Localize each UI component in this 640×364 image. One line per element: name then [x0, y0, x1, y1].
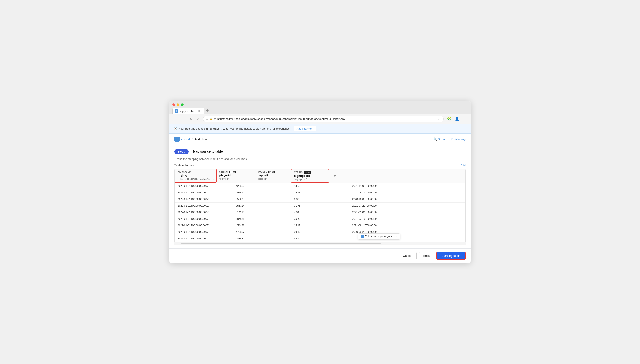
cell-time-9: 2022-01-01T00:00:00.000Z	[175, 235, 233, 242]
col-type-label-signupdate: STRING	[294, 171, 303, 174]
search-magnifier-icon: 🔍	[433, 138, 437, 141]
plus-icon: +	[333, 173, 336, 178]
cell-deposit-9: 5.86	[291, 235, 349, 242]
bookmark-icon[interactable]: ☆	[438, 117, 440, 121]
refresh-button[interactable]: ↻	[188, 116, 194, 122]
table-section: Table columns + Add TIMESTAMP __time COA…	[169, 164, 471, 245]
cell-playerid-4: p55724	[233, 202, 291, 209]
search-link[interactable]: 🔍 Search	[433, 138, 447, 141]
column-header-time[interactable]: TIMESTAMP __time COALESCE(CAST("curdate"…	[175, 169, 217, 183]
columns-header-row: TIMESTAMP __time COALESCE(CAST("curdate"…	[175, 169, 465, 183]
cell-playerid-1: p22886	[233, 183, 291, 190]
new-tab-button[interactable]: +	[205, 108, 211, 114]
col-name-deposit: deposit	[257, 174, 288, 177]
browser-traffic-lights	[172, 103, 468, 106]
cell-time-2: 2022-01-01T00:00:00.000Z	[175, 189, 233, 196]
table-row: 2022-01-01T00:00:00.000Z p14114 4.04 202…	[175, 209, 465, 216]
browser-tabs: I Imply - Tables ✕ +	[172, 108, 468, 114]
cell-signupdate-7: 2021-08-14T00:00:00	[349, 222, 407, 229]
step-section: Step 3 Map source to table Define the ma…	[169, 145, 471, 164]
column-header-playerid[interactable]: STRING NEW playerid "playerid"	[217, 169, 255, 183]
close-window-button[interactable]	[172, 103, 175, 106]
col-type-label-playerid: STRING	[219, 171, 228, 173]
cell-signupdate-5: 2021-01-04T00:00:00	[349, 209, 407, 216]
browser-toolbar: ← → ↻ ⌂ 🛡 🔒 ⇄ https://hellmar-becker.app…	[169, 114, 471, 124]
tab-close-button[interactable]: ✕	[198, 110, 201, 113]
cell-playerid-6: p06881	[233, 216, 291, 222]
cell-time-7: 2022-01-01T00:00:00.000Z	[175, 222, 233, 229]
back-button[interactable]: Back	[419, 252, 434, 260]
cell-extra-9	[407, 235, 465, 242]
cell-time-5: 2022-01-01T00:00:00.000Z	[175, 209, 233, 216]
lock-icon: 🔒	[209, 117, 213, 120]
column-header-signupdate[interactable]: STRING NEW signupdate "signupdate"	[291, 169, 329, 183]
menu-button[interactable]: ⋮	[462, 116, 468, 122]
trial-banner: 🕐 Your free trial expires in 30 days . E…	[169, 124, 471, 134]
trial-days: 30 days	[209, 127, 220, 130]
table-svg-icon	[175, 138, 179, 141]
svg-rect-3	[176, 140, 177, 140]
svg-rect-1	[176, 139, 177, 139]
add-payment-button[interactable]: Add Payment	[294, 126, 316, 131]
cell-deposit-1: 48.58	[291, 183, 349, 190]
svg-rect-4	[177, 140, 179, 140]
table-row: 2022-01-01T00:00:00.000Z p75837 30.16 20…	[175, 229, 465, 235]
extensions-button[interactable]: 🧩	[446, 116, 452, 122]
cell-deposit-3: 0.87	[291, 196, 349, 202]
cell-deposit-6: 25.63	[291, 216, 349, 222]
table-row: 2022-01-01T00:00:00.000Z p06881 25.63 20…	[175, 216, 465, 222]
trial-clock-icon: 🕐	[174, 127, 177, 130]
browser-window: I Imply - Tables ✕ + ← → ↻ ⌂ 🛡 🔒 ⇄ https…	[169, 101, 471, 263]
scrollbar-thumb[interactable]	[181, 243, 381, 244]
active-tab[interactable]: I Imply - Tables ✕	[172, 108, 204, 114]
cell-time-6: 2022-01-01T00:00:00.000Z	[175, 216, 233, 222]
maximize-window-button[interactable]	[181, 103, 184, 106]
add-column-inline-button[interactable]: +	[329, 169, 340, 183]
breadcrumb: cohort / Add data	[174, 136, 207, 142]
breadcrumb-table-icon	[174, 136, 180, 142]
cancel-button[interactable]: Cancel	[398, 252, 417, 260]
address-security-icons: 🛡 🔒 ⇄	[206, 117, 216, 120]
cell-playerid-9: p83482	[233, 235, 291, 242]
cell-extra-5	[407, 209, 465, 216]
table-row: 2022-01-01T00:00:00.000Z p83482 5.86 202…	[175, 235, 465, 242]
cell-extra-4	[407, 202, 465, 209]
minimize-window-button[interactable]	[177, 103, 179, 106]
table-row: 2022-01-01T00:00:00.000Z p55724 31.75 20…	[175, 202, 465, 209]
start-ingestion-button[interactable]: Start ingestion	[436, 252, 466, 260]
cell-extra-8	[407, 229, 465, 235]
header-actions: 🔍 Search Partitioning	[433, 138, 466, 141]
cell-time-1: 2022-01-01T00:00:00.000Z	[175, 183, 233, 190]
cell-extra-6	[407, 216, 465, 222]
breadcrumb-cohort-link[interactable]: cohort	[181, 137, 190, 141]
horizontal-scrollbar[interactable]	[174, 242, 466, 245]
cell-signupdate-2: 2021-04-12T00:00:00	[349, 189, 407, 196]
cell-playerid-3: p55295	[233, 196, 291, 202]
col-type-label-time: TIMESTAMP	[178, 171, 191, 174]
back-nav-button[interactable]: ←	[172, 116, 178, 122]
partitioning-link[interactable]: Partitioning	[451, 138, 466, 141]
col-name-time: __time	[178, 174, 214, 177]
tab-favicon: I	[175, 110, 178, 113]
cell-deposit-4: 31.75	[291, 202, 349, 209]
app-content: 🕐 Your free trial expires in 30 days . E…	[169, 124, 471, 263]
cell-signupdate-4: 2021-07-23T00:00:00	[349, 202, 407, 209]
cell-playerid-8: p75837	[233, 229, 291, 235]
column-header-deposit[interactable]: DOUBLE NEW deposit "deposit"	[255, 169, 291, 183]
add-column-button[interactable]: + Add	[458, 164, 466, 167]
shield-icon: 🛡	[206, 117, 209, 120]
svg-rect-0	[176, 138, 179, 138]
profile-button[interactable]: 👤	[454, 116, 460, 122]
data-table: 2022-01-01T00:00:00.000Z p22886 48.58 20…	[175, 183, 465, 242]
cell-playerid-7: p54431	[233, 222, 291, 229]
col-type-label-deposit: DOUBLE	[257, 171, 267, 173]
address-bar[interactable]: 🛡 🔒 ⇄ https://hellmar-becker.app.imply.i…	[203, 116, 443, 122]
cell-time-4: 2022-01-01T00:00:00.000Z	[175, 202, 233, 209]
home-button[interactable]: ⌂	[196, 116, 201, 122]
breadcrumb-separator: /	[192, 137, 193, 141]
col-expr-time: COALESCE(CAST("curdate" AS ...	[178, 178, 214, 180]
table-columns-label: Table columns	[174, 164, 194, 167]
cell-extra-7	[407, 222, 465, 229]
table-row: 2022-01-01T00:00:00.000Z p22886 48.58 20…	[175, 183, 465, 190]
forward-nav-button[interactable]: →	[180, 116, 186, 122]
